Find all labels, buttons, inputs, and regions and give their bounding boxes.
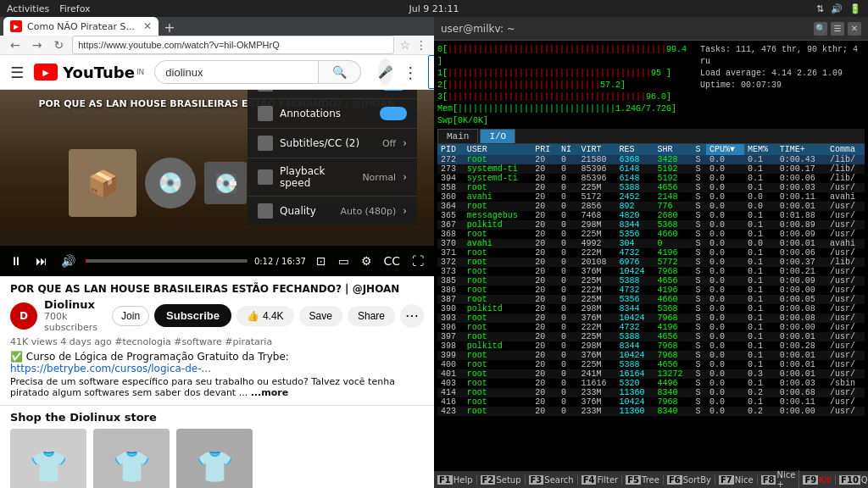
fnkey-nice +[interactable]: F8Nice + [758,470,800,488]
col-mem[interactable]: MEM% [744,144,776,155]
col-virt[interactable]: VIRT [578,144,616,155]
quality-item[interactable]: Quality Auto (480p) › [248,197,417,225]
mic-button[interactable]: 🎤 [378,58,392,86]
fnkey-sortby[interactable]: F6SortBy [664,475,715,485]
fnkey-kill[interactable]: F9Kill [799,475,836,485]
more-options-button[interactable]: ⋯ [400,304,424,328]
table-row[interactable]: 414 root 20 0 233M 11360 8340 S 0.0 0.2 … [437,388,865,397]
table-row[interactable]: 385 root 20 0 225M 5388 4656 S 0.0 0.1 0… [437,276,865,286]
col-s[interactable]: S [692,144,706,155]
fullscreen-button[interactable]: ⛶ [409,252,427,269]
new-tab-button[interactable]: + [159,19,180,36]
table-row[interactable]: 403 root 20 0 11616 5320 4496 S 0.0 0.1 … [437,379,865,388]
fnkey-help[interactable]: F1Help [434,475,477,485]
col-cpu[interactable]: CPU%▼ [706,144,744,155]
browser-menu-button[interactable]: ⋮ [415,38,427,52]
browser-tab-active[interactable]: ▶ Como NÃO Piratear S... ✕ [3,17,159,36]
fnkey-quit[interactable]: F10Quit [836,475,868,485]
table-row[interactable]: 368 root 20 0 225M 5356 4660 S 0.0 0.1 0… [437,230,865,239]
table-row[interactable]: 364 root 20 0 2856 892 776 S 0.0 0.0 0:0… [437,202,865,211]
reload-button[interactable]: ↻ [50,36,67,53]
col-cmd[interactable]: Comma [826,144,865,155]
tab-close-button[interactable]: ✕ [143,20,152,32]
table-row[interactable]: 397 root 20 0 225M 5388 4656 S 0.0 0.1 0… [437,332,865,341]
list-item[interactable]: 👕 CAMISETA PRETA - DARK ... R$69.90 Loja [10,429,86,488]
fnkey-search[interactable]: F3Search [526,475,578,485]
close-terminal-button[interactable]: ✕ [848,22,861,36]
list-item[interactable]: 👕 CAMISETA PRETA - DIOL... R$69.90 Loja [93,429,170,488]
search-terminal-button[interactable]: 🔍 [814,22,827,36]
share-button[interactable]: Share [348,306,395,326]
search-button[interactable]: 🔍 [319,60,361,84]
course-link[interactable]: https://betrybe.com/cursos/logica-de-... [10,363,211,374]
volume-button[interactable]: 🔊 [58,252,79,269]
annotations-toggle[interactable] [380,107,407,120]
col-pid[interactable]: PID [437,144,464,155]
activities-label[interactable]: Activities [7,3,49,14]
table-row[interactable]: 273 systemd-ti 20 0 85396 6148 5192 S 0.… [437,164,865,174]
audio-icon[interactable]: 🔊 [831,3,843,14]
url-input[interactable] [72,36,394,54]
theater-button[interactable]: ▭ [335,252,353,269]
back-button[interactable]: ← [7,36,24,53]
table-row[interactable]: 358 root 20 0 225M 5388 4656 S 0.0 0.1 0… [437,183,865,192]
col-res[interactable]: RES [616,144,654,155]
table-row[interactable]: 386 root 20 0 222M 4732 4196 S 0.0 0.1 0… [437,286,865,295]
subtitles-item[interactable]: Subtitles/CC (2) Off › [248,129,417,158]
fnkey-nice[interactable]: F7Nice [715,475,758,485]
annotations-item[interactable]: Annotations [248,99,417,129]
table-row[interactable]: 423 root 20 0 233M 11360 8340 S 0.0 0.2 … [437,407,865,416]
play-pause-button[interactable]: ⏸ [7,252,25,269]
htop-tab-main[interactable]: Main [437,129,478,143]
table-row[interactable]: 394 systemd-ti 20 0 85396 6148 5192 S 0.… [437,174,865,183]
table-row[interactable]: 367 polkitd 20 0 298M 8344 5368 S 0.0 0.… [437,220,865,230]
more-options-icon[interactable]: ⋮ [403,64,418,81]
forward-button[interactable]: → [29,36,46,53]
firefox-label[interactable]: Firefox [59,3,90,14]
save-button[interactable]: Save [299,306,342,326]
settings-gear-button[interactable]: ⚙ [358,252,376,269]
terminal-body[interactable]: 0[||||||||||||||||||||||||||||||||||||||… [434,41,868,471]
fnkey-setup[interactable]: F2Setup [477,475,526,485]
table-row[interactable]: 373 root 20 0 376M 10424 7968 S 0.0 0.1 … [437,267,865,276]
hamburger-icon[interactable]: ☰ [10,64,24,81]
table-row[interactable]: 398 polkitd 20 0 298M 8344 7968 S 0.0 0.… [437,341,865,351]
table-row[interactable]: 390 polkitd 20 0 298M 8344 5368 S 0.0 0.… [437,304,865,313]
col-pri[interactable]: PRI [531,144,558,155]
miniplayer-button[interactable]: ⊡ [313,252,330,269]
fnkey-filter[interactable]: F4Filter [578,475,623,485]
table-row[interactable]: 393 root 20 0 376M 10424 7968 S 0.0 0.1 … [437,313,865,323]
table-row[interactable]: 372 root 20 0 20108 6976 5772 S 0.0 0.1 … [437,258,865,267]
col-ni[interactable]: NI [558,144,578,155]
like-button[interactable]: 👍 4.4K [236,306,294,326]
join-button[interactable]: Join [112,306,149,326]
col-user[interactable]: USER [464,144,531,155]
table-row[interactable]: 370 avahi 20 0 4992 304 0 S 0.0 0.0 0:00… [437,239,865,248]
col-time[interactable]: TIME+ [776,144,826,155]
playback-speed-item[interactable]: Playback speed Normal › [248,158,417,197]
stable-volume-item[interactable]: Stable Volume [248,90,417,99]
fnkey-tree[interactable]: F5Tree [622,475,664,485]
table-row[interactable]: 416 root 20 0 376M 10424 7968 S 0.0 0.1 … [437,397,865,407]
cc-button[interactable]: CC [380,252,403,269]
more-button[interactable]: ...more [251,387,288,398]
table-row[interactable]: 272 root 20 0 21580 6368 3428 S 0.0 0.1 … [437,155,865,164]
table-row[interactable]: 371 root 20 0 222M 4732 4196 S 0.0 0.1 0… [437,248,865,258]
htop-tab-io[interactable]: I/O [480,129,515,143]
table-row[interactable]: 399 root 20 0 376M 10424 7968 S 0.0 0.1 … [437,351,865,360]
table-row[interactable]: 396 root 20 0 222M 4732 4196 S 0.0 0.1 0… [437,323,865,332]
subscribe-button[interactable]: Subscribe [154,304,231,327]
progress-bar[interactable] [86,259,248,263]
youtube-logo[interactable]: YouTube IN [34,64,144,81]
table-row[interactable]: 365 messagebus 20 0 7468 4820 2680 S 0.0… [437,211,865,220]
search-input[interactable] [154,60,319,84]
terminal-settings-button[interactable]: ☰ [831,22,844,36]
table-row[interactable]: 401 root 20 0 241M 16164 13272 S 0.0 0.3… [437,369,865,379]
bookmark-icon[interactable]: ☆ [399,38,410,52]
col-shr[interactable]: SHR [654,144,692,155]
table-row[interactable]: 387 root 20 0 225M 5356 4660 S 0.0 0.1 0… [437,295,865,304]
next-button[interactable]: ⏭ [32,252,51,269]
list-item[interactable]: 👕 MOLETOM CINZA - FRIEN... R$199.90 Loja [176,429,253,488]
table-row[interactable]: 360 avahi 20 0 5172 2452 2148 S 0.0 0.0 … [437,192,865,202]
table-row[interactable]: 400 root 20 0 225M 5388 4656 S 0.0 0.1 0… [437,360,865,369]
